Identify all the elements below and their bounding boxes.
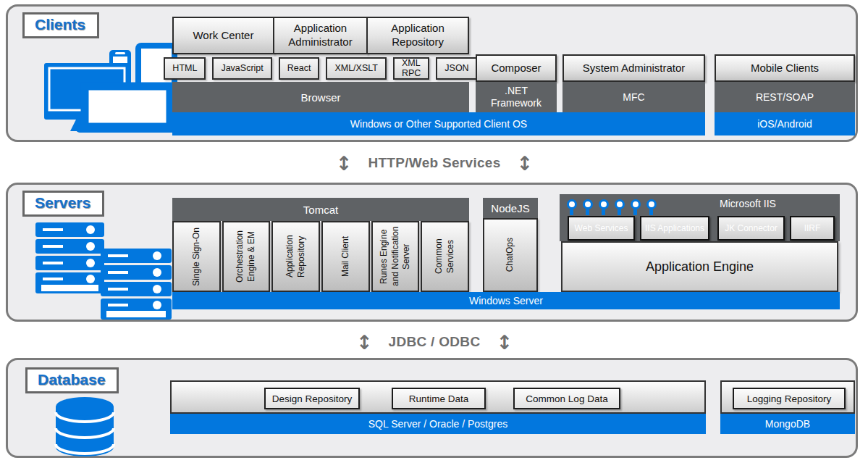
mfc-bar: MFC bbox=[562, 82, 705, 112]
database-label: Database bbox=[25, 367, 119, 393]
tab-mobile-clients: Mobile Clients bbox=[715, 54, 855, 82]
mobile-os-bar: iOS/Android bbox=[715, 112, 855, 135]
updown-arrow-icon: ↕ bbox=[336, 154, 353, 173]
chip-json: JSON bbox=[436, 57, 477, 80]
architecture-diagram: { "colors": {"accent_blue":"#0277DE","da… bbox=[0, 0, 868, 463]
tab-composer: Composer bbox=[476, 54, 557, 82]
sql-repositories-box: Design Repository Runtime Data Common Lo… bbox=[170, 380, 706, 414]
iis-pins-icon bbox=[567, 199, 656, 215]
updown-arrow-icon: ↕ bbox=[517, 154, 534, 173]
database-panel: Database Design Repository Runtime Data … bbox=[6, 358, 858, 458]
module-orchestration-engine-em: Orchestration Engine & EM bbox=[222, 221, 271, 292]
servers-label: Servers bbox=[22, 191, 104, 217]
chip-logging-repository: Logging Repository bbox=[733, 388, 846, 409]
tomcat-modules-row: Single Sign-On Orchestration Engine & EM… bbox=[172, 221, 469, 292]
chip-javascript: JavaScript bbox=[212, 57, 271, 80]
pin-icon bbox=[567, 199, 576, 215]
tab-application-repository: Application Repository bbox=[366, 17, 469, 54]
http-web-services-connector: ↕ HTTP/Web Services ↕ bbox=[304, 149, 565, 177]
updown-arrow-icon: ↕ bbox=[496, 333, 513, 352]
tab-application-administrator: Application Administrator bbox=[273, 17, 368, 54]
microsoft-iis-header: Microsoft IIS bbox=[657, 196, 838, 212]
chip-xml-xslt: XML/XSLT bbox=[326, 57, 387, 80]
module-chatops: ChatOps bbox=[483, 218, 538, 292]
tab-system-administrator: System Administrator bbox=[562, 54, 705, 82]
clients-label: Clients bbox=[22, 12, 99, 38]
jdbc-odbc-connector: ↕ JDBC / ODBC ↕ bbox=[304, 328, 565, 356]
module-single-sign-on: Single Sign-On bbox=[172, 221, 221, 292]
jdbc-odbc-label: JDBC / ODBC bbox=[389, 334, 481, 350]
chip-runtime-data: Runtime Data bbox=[392, 388, 486, 409]
chip-xml-rpc: XML RPC bbox=[393, 57, 429, 80]
iis-box-iis-applications: IIS Applications bbox=[640, 216, 709, 241]
pin-icon bbox=[599, 199, 608, 215]
browser-bar: Browser bbox=[172, 82, 469, 112]
module-mail-client: Mail Client bbox=[321, 221, 370, 292]
microsoft-iis-panel: Microsoft IIS Web Services IIS Applicati… bbox=[560, 194, 840, 241]
module-application-repository: Application Repository bbox=[271, 221, 320, 292]
chip-design-repository: Design Repository bbox=[264, 388, 360, 409]
application-engine-box: Application Engine bbox=[561, 241, 838, 292]
mongodb-bar: MongoDB bbox=[720, 414, 855, 434]
nodejs-header: NodeJS bbox=[483, 198, 538, 218]
logging-repository-box: Logging Repository bbox=[720, 380, 855, 414]
updown-arrow-icon: ↕ bbox=[356, 333, 373, 352]
iis-box-web-services: Web Services bbox=[568, 216, 635, 241]
pin-icon bbox=[631, 199, 640, 215]
clients-panel: Clients Work Center Application Administ… bbox=[6, 4, 858, 142]
chip-react: React bbox=[279, 57, 320, 80]
tomcat-header: Tomcat bbox=[172, 198, 469, 221]
sql-db-bar: SQL Server / Oracle / Postgres bbox=[170, 414, 706, 434]
client-os-bar: Windows or Other Supported Client OS bbox=[172, 112, 705, 135]
http-web-services-label: HTTP/Web Services bbox=[368, 155, 500, 171]
client-tech-chips-row: HTML JavaScript React XML/XSLT XML RPC J… bbox=[172, 54, 469, 82]
tab-work-center: Work Center bbox=[172, 17, 274, 54]
client-tabs-row: Work Center Application Administrator Ap… bbox=[172, 17, 469, 54]
pin-icon bbox=[646, 199, 656, 215]
server-racks-icon bbox=[28, 220, 177, 321]
module-runes-engine-notification-server: Runes Engine and Notification Server bbox=[371, 221, 420, 292]
iis-box-jk-connector: JK Connector bbox=[717, 216, 785, 241]
servers-panel: Servers Tomcat bbox=[6, 183, 858, 322]
pin-icon bbox=[583, 199, 592, 215]
module-common-services: Common Services bbox=[421, 221, 469, 292]
pin-icon bbox=[615, 199, 624, 215]
dotnet-framework-bar: .NET Framework bbox=[476, 82, 557, 112]
database-cylinder-icon bbox=[50, 396, 119, 457]
chip-common-log-data: Common Log Data bbox=[513, 388, 620, 409]
iis-box-iirf: IIRF bbox=[790, 216, 835, 241]
windows-server-bar: Windows Server bbox=[172, 292, 840, 309]
chip-html: HTML bbox=[164, 57, 206, 80]
rest-soap-bar: REST/SOAP bbox=[715, 82, 855, 112]
